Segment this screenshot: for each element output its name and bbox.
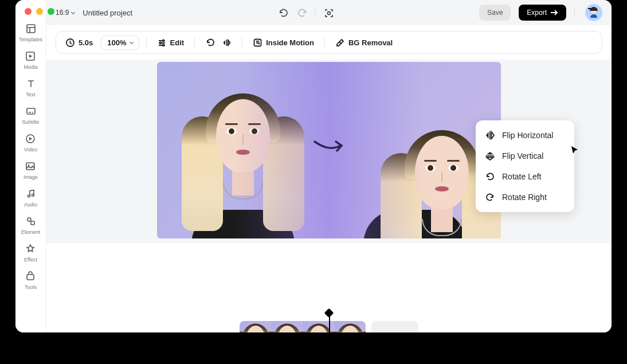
rotate-right-icon xyxy=(485,192,495,202)
ctx-rotate-left[interactable]: Rotate Left xyxy=(476,166,574,187)
svg-point-16 xyxy=(159,42,161,44)
subtitle-icon xyxy=(25,105,37,117)
image-icon xyxy=(25,161,36,172)
project-title[interactable]: Untitled project xyxy=(83,9,132,17)
sidebar-item-label: Tools xyxy=(25,284,37,290)
flip-horizontal-icon xyxy=(485,130,495,140)
sidebar-item-effect[interactable]: Effect xyxy=(24,243,37,263)
zoom-dropdown[interactable]: 100% xyxy=(101,36,139,50)
svg-rect-0 xyxy=(27,25,35,33)
close-window-button[interactable] xyxy=(25,8,32,15)
ctx-flip-horizontal[interactable]: Flip Horizontal xyxy=(476,125,574,146)
scan-button[interactable] xyxy=(323,7,334,18)
context-menu: Flip Horizontal Flip Vertical Rotate Lef… xyxy=(476,120,574,212)
ctx-item-label: Rotate Left xyxy=(502,172,542,181)
bg-removal-button[interactable]: BG Removal xyxy=(332,38,396,48)
svg-point-17 xyxy=(162,44,164,46)
svg-rect-10 xyxy=(27,275,34,280)
canvas-left-image xyxy=(157,62,329,238)
sidebar-item-element[interactable]: Element xyxy=(21,216,40,235)
flip-horizontal-icon xyxy=(222,38,232,48)
playhead-marker[interactable] xyxy=(326,310,332,316)
chevron-down-icon xyxy=(130,40,134,44)
sidebar-item-audio[interactable]: Audio xyxy=(24,188,37,208)
inside-motion-label: Inside Motion xyxy=(266,38,314,47)
aspect-ratio-label: 16:9 xyxy=(56,9,69,17)
video-icon xyxy=(25,133,36,144)
ctx-flip-vertical[interactable]: Flip Vertical xyxy=(476,146,574,166)
sidebar-item-video[interactable]: Video xyxy=(24,133,37,152)
export-button[interactable]: Export xyxy=(519,5,566,21)
motion-icon xyxy=(253,38,262,48)
bg-removal-label: BG Removal xyxy=(348,38,393,47)
undo-button[interactable] xyxy=(278,7,288,18)
text-icon xyxy=(25,78,37,89)
effect-icon xyxy=(25,243,36,255)
canvas-right-image xyxy=(329,62,501,238)
sidebar-item-image[interactable]: Image xyxy=(23,161,38,180)
sidebar-item-media[interactable]: Media xyxy=(23,50,38,70)
media-icon xyxy=(25,50,36,62)
chevron-down-icon xyxy=(71,10,75,14)
ctx-item-label: Rotate Right xyxy=(502,193,547,202)
add-clip-button[interactable]: + xyxy=(371,321,418,332)
templates-icon xyxy=(25,23,37,34)
user-avatar[interactable] xyxy=(585,4,602,21)
aspect-ratio-dropdown[interactable]: 16:9 xyxy=(56,9,75,17)
avatar-icon xyxy=(587,6,600,19)
audio-icon xyxy=(25,188,37,199)
svg-point-6 xyxy=(28,195,30,197)
minimize-window-button[interactable] xyxy=(36,8,43,15)
edit-label: Edit xyxy=(170,38,185,47)
canvas-preview[interactable] xyxy=(157,62,501,238)
sidebar-item-label: Video xyxy=(24,147,37,152)
topbar: 16:9 Untitled project Save Export xyxy=(46,0,612,25)
sidebar: Templates Media Text Subtitle Video Imag… xyxy=(15,0,46,332)
sidebar-item-tools[interactable]: Tools xyxy=(25,271,37,290)
sliders-icon xyxy=(157,38,167,48)
sidebar-item-label: Element xyxy=(21,229,40,235)
rotate-left-icon xyxy=(205,38,215,48)
window-controls xyxy=(25,8,54,15)
app-window: Templates Media Text Subtitle Video Imag… xyxy=(15,0,612,332)
clock-icon xyxy=(65,38,75,48)
svg-point-7 xyxy=(32,194,34,197)
divider xyxy=(574,7,575,18)
sidebar-item-label: Subtitle xyxy=(22,119,39,125)
ctx-item-label: Flip Horizontal xyxy=(502,131,553,140)
redo-button[interactable] xyxy=(296,7,307,18)
sidebar-item-label: Templates xyxy=(19,37,42,42)
sidebar-item-label: Audio xyxy=(24,202,37,208)
playhead-line xyxy=(329,316,330,332)
svg-point-8 xyxy=(28,218,31,221)
sidebar-item-text[interactable]: Text xyxy=(25,78,37,97)
zoom-value: 100% xyxy=(107,38,126,47)
sidebar-item-label: Image xyxy=(23,174,38,180)
svg-rect-2 xyxy=(27,108,35,114)
duration-control[interactable]: 5.0s xyxy=(62,38,96,48)
ctx-rotate-right[interactable]: Rotate Right xyxy=(476,187,574,208)
eraser-icon xyxy=(335,38,345,48)
divider xyxy=(315,7,315,18)
sidebar-item-label: Text xyxy=(26,92,36,97)
edit-button[interactable]: Edit xyxy=(154,38,188,48)
flip-vertical-icon xyxy=(485,151,495,161)
duration-value: 5.0s xyxy=(79,38,93,47)
edit-toolbar: 5.0s 100% Edit xyxy=(56,31,602,54)
rotate-left-icon xyxy=(485,171,495,182)
flip-button[interactable] xyxy=(221,38,235,48)
sidebar-item-templates[interactable]: Templates xyxy=(19,23,42,42)
svg-point-11 xyxy=(328,12,331,15)
export-label: Export xyxy=(527,9,547,17)
svg-rect-9 xyxy=(31,221,34,225)
svg-point-15 xyxy=(162,40,164,41)
rotate-button[interactable] xyxy=(202,38,216,48)
inside-motion-button[interactable]: Inside Motion xyxy=(249,38,318,48)
ctx-item-label: Flip Vertical xyxy=(502,151,543,161)
sidebar-item-label: Media xyxy=(23,64,38,70)
maximize-window-button[interactable] xyxy=(48,8,54,15)
sidebar-item-subtitle[interactable]: Subtitle xyxy=(22,105,39,125)
timeline-clip[interactable] xyxy=(240,321,366,332)
element-icon xyxy=(25,216,37,227)
save-button[interactable]: Save xyxy=(479,5,511,21)
